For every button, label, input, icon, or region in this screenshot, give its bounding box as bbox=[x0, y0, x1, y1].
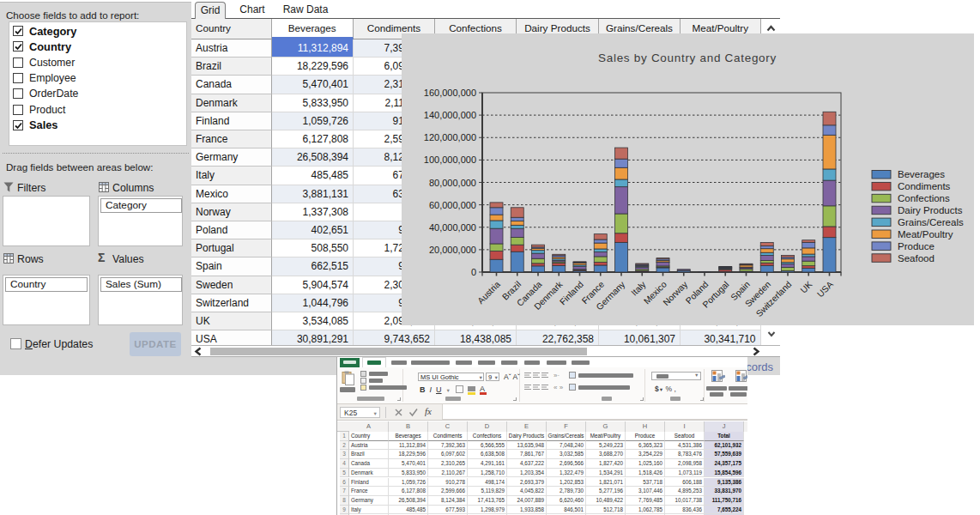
svg-text:Confections: Confections bbox=[898, 193, 950, 203]
svg-text:0: 0 bbox=[471, 267, 476, 277]
svg-text:140,000,000: 140,000,000 bbox=[424, 110, 476, 120]
svg-text:Grains/Cereals: Grains/Cereals bbox=[898, 217, 964, 227]
svg-text:160,000,000: 160,000,000 bbox=[424, 88, 476, 98]
svg-text:Produce: Produce bbox=[898, 241, 935, 251]
svg-text:100,000,000: 100,000,000 bbox=[424, 154, 476, 165]
svg-text:60,000,000: 60,000,000 bbox=[429, 200, 476, 210]
svg-text:Dairy Products: Dairy Products bbox=[898, 205, 963, 215]
svg-text:80,000,000: 80,000,000 bbox=[429, 178, 476, 188]
svg-text:120,000,000: 120,000,000 bbox=[424, 132, 476, 142]
svg-text:40,000,000: 40,000,000 bbox=[429, 222, 476, 233]
svg-text:Seafood: Seafood bbox=[898, 253, 935, 264]
svg-text:Sales by Country and Category: Sales by Country and Category bbox=[598, 52, 777, 64]
svg-text:Condiments: Condiments bbox=[898, 181, 951, 191]
svg-text:Beverages: Beverages bbox=[898, 169, 945, 179]
svg-text:20,000,000: 20,000,000 bbox=[429, 245, 476, 255]
svg-text:Meat/Poultry: Meat/Poultry bbox=[898, 229, 953, 239]
